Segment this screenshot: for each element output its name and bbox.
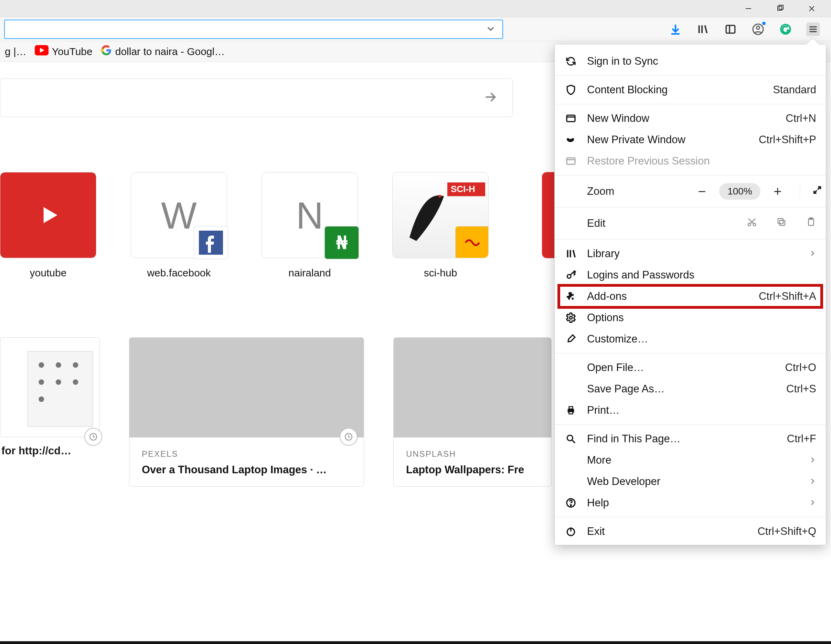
menu-new-private[interactable]: New Private Window Ctrl+Shift+P: [555, 129, 826, 150]
clock-icon: [84, 428, 102, 446]
card-title: for http://cd…: [2, 445, 99, 457]
svg-rect-1: [778, 6, 782, 10]
top-sites-row: youtube W web.facebook N ₦ nairaland: [0, 172, 489, 279]
menu-open-file[interactable]: Open File… Ctrl+O: [555, 357, 826, 378]
menu-print[interactable]: Print…: [555, 400, 826, 421]
card-cdn[interactable]: for http://cd…: [0, 337, 100, 487]
scihub-badge-icon: [455, 226, 489, 258]
zoom-out-button[interactable]: −: [691, 183, 713, 200]
svg-point-32: [73, 379, 78, 385]
menu-restore-session: Restore Previous Session: [555, 150, 826, 172]
svg-rect-2: [779, 5, 783, 9]
account-notification-dot: [762, 22, 766, 25]
app-menu: Sign in to Sync Content Blocking Standar…: [554, 44, 826, 545]
mask-icon: [563, 134, 579, 145]
card-unsplash[interactable]: UNSPLASH Laptop Wallpapers: Fre: [393, 337, 552, 487]
menu-save-as[interactable]: Save Page As… Ctrl+S: [555, 378, 826, 400]
tile-scihub[interactable]: SCI-H sci-hub: [392, 172, 489, 279]
highlights-row: for http://cd… PEXELS Over a Thousand La…: [0, 337, 552, 487]
tile-label: sci-hub: [392, 267, 489, 279]
svg-line-9: [705, 25, 707, 33]
toolbar-icons: [669, 22, 827, 36]
tile-label: youtube: [0, 267, 96, 279]
menu-sync[interactable]: Sign in to Sync: [555, 51, 826, 72]
minimize-button[interactable]: [732, 0, 764, 17]
taskbar-edge: [0, 641, 831, 644]
naira-icon: ₦: [325, 226, 359, 259]
grammarly-button[interactable]: [779, 22, 793, 36]
svg-point-25: [438, 195, 441, 198]
menu-new-window[interactable]: New Window Ctrl+N: [555, 108, 826, 129]
bookmark-youtube[interactable]: YouTube: [35, 45, 92, 58]
tile-youtube[interactable]: youtube: [0, 172, 96, 279]
library-button[interactable]: [696, 22, 710, 36]
svg-point-31: [56, 379, 61, 385]
svg-point-61: [570, 505, 572, 505]
menu-customize[interactable]: Customize…: [555, 328, 826, 350]
urlbar-dropdown-icon[interactable]: [486, 24, 495, 35]
svg-point-28: [56, 362, 61, 368]
card-source: UNSPLASH: [406, 449, 539, 459]
card-title: Over a Thousand Laptop Images · …: [142, 464, 351, 476]
menu-help[interactable]: Help: [555, 492, 826, 513]
arrow-right-icon[interactable]: [484, 90, 497, 105]
svg-rect-26: [27, 351, 92, 426]
bookmark-label: YouTube: [52, 46, 92, 57]
toolbar: [0, 17, 831, 41]
card-pexels[interactable]: PEXELS Over a Thousand Laptop Images · …: [129, 337, 364, 487]
help-icon: [563, 497, 579, 509]
svg-point-58: [567, 435, 573, 441]
menu-content-blocking[interactable]: Content Blocking Standard: [555, 79, 826, 100]
sidebar-button[interactable]: [724, 22, 737, 36]
menu-addons[interactable]: Add-ons Ctrl+Shift+A: [555, 286, 826, 307]
svg-point-33: [38, 397, 44, 402]
tile-letter: W: [161, 193, 197, 237]
cut-button[interactable]: [747, 217, 757, 230]
maximize-button[interactable]: [764, 0, 796, 17]
tile-partial[interactable]: [542, 172, 554, 258]
svg-point-53: [567, 275, 571, 279]
fullscreen-button[interactable]: [800, 185, 816, 198]
account-button[interactable]: [751, 22, 765, 36]
menu-options[interactable]: Options: [555, 307, 826, 328]
search-icon: [563, 434, 579, 444]
menu-more[interactable]: More: [555, 450, 826, 471]
restore-icon: [563, 156, 579, 167]
bookmark-truncated[interactable]: g |…: [5, 46, 27, 57]
tile-label: web.facebook: [131, 267, 227, 279]
zoom-in-button[interactable]: +: [767, 183, 789, 200]
menu-exit[interactable]: Exit Ctrl+Shift+Q: [555, 521, 826, 542]
svg-point-13: [757, 26, 760, 29]
menu-logins[interactable]: Logins and Passwords: [555, 265, 826, 286]
edit-label: Edit: [587, 217, 747, 230]
downloads-button[interactable]: [669, 22, 682, 36]
svg-rect-56: [569, 406, 573, 409]
power-icon: [563, 526, 579, 537]
svg-text:SCI-H: SCI-H: [451, 184, 475, 194]
clock-icon: [340, 428, 358, 446]
bookmark-google[interactable]: dollar to naira - Googl…: [101, 45, 225, 58]
svg-point-54: [570, 316, 572, 319]
svg-point-30: [38, 379, 44, 385]
library-icon: [563, 248, 579, 259]
menu-find[interactable]: Find in This Page… Ctrl+F: [555, 428, 826, 450]
svg-rect-10: [726, 25, 735, 33]
svg-line-52: [573, 250, 575, 257]
gear-icon: [563, 312, 579, 323]
window-icon: [563, 113, 579, 124]
app-menu-button[interactable]: [806, 22, 820, 36]
paste-button[interactable]: [806, 217, 816, 230]
menu-webdev[interactable]: Web Developer: [555, 471, 826, 492]
svg-rect-46: [780, 220, 785, 225]
menu-library[interactable]: Library: [555, 243, 826, 265]
url-bar[interactable]: [4, 20, 503, 39]
tile-nairaland[interactable]: N ₦ nairaland: [261, 172, 358, 279]
google-icon: [101, 45, 112, 58]
chevron-right-icon: [809, 475, 816, 488]
search-box[interactable]: [0, 78, 513, 117]
chevron-right-icon: [809, 497, 816, 509]
copy-button[interactable]: [776, 217, 786, 230]
svg-point-27: [38, 362, 44, 368]
tile-facebook[interactable]: W web.facebook: [131, 172, 227, 279]
close-button[interactable]: [796, 0, 828, 17]
